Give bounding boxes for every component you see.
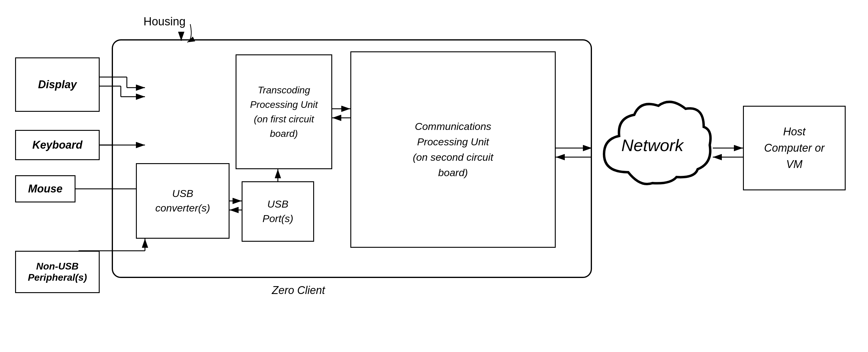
host-label: HostComputer orVM xyxy=(764,124,825,173)
comms-label: CommunicationsProcessing Unit(on second … xyxy=(413,119,493,180)
svg-text:Network: Network xyxy=(621,136,684,155)
nonusb-label: Non-USBPeripheral(s) xyxy=(28,261,87,283)
display-box: Display xyxy=(15,57,100,112)
usb-ports-label: USBPort(s) xyxy=(262,197,293,226)
network-cloud: Network xyxy=(592,94,713,202)
zero-client-label: Zero Client xyxy=(272,284,325,297)
mouse-label: Mouse xyxy=(28,182,63,195)
mouse-box: Mouse xyxy=(15,175,75,202)
usb-converter-label: USBconverter(s) xyxy=(155,186,210,215)
display-label: Display xyxy=(38,78,77,91)
diagram-container: Housing Display Keyboard Mouse Non-USBPe… xyxy=(0,0,868,352)
transcoding-label: TranscodingProcessing Unit(on first circ… xyxy=(250,83,318,141)
nonusb-box: Non-USBPeripheral(s) xyxy=(15,251,100,293)
host-box: HostComputer orVM xyxy=(743,106,846,190)
comms-box: CommunicationsProcessing Unit(on second … xyxy=(350,51,556,248)
transcoding-box: TranscodingProcessing Unit(on first circ… xyxy=(236,54,332,169)
usb-ports-box: USBPort(s) xyxy=(242,181,314,242)
usb-converter-box: USBconverter(s) xyxy=(136,163,229,239)
housing-label: Housing xyxy=(144,15,185,28)
keyboard-label: Keyboard xyxy=(32,139,83,151)
keyboard-box: Keyboard xyxy=(15,130,100,160)
